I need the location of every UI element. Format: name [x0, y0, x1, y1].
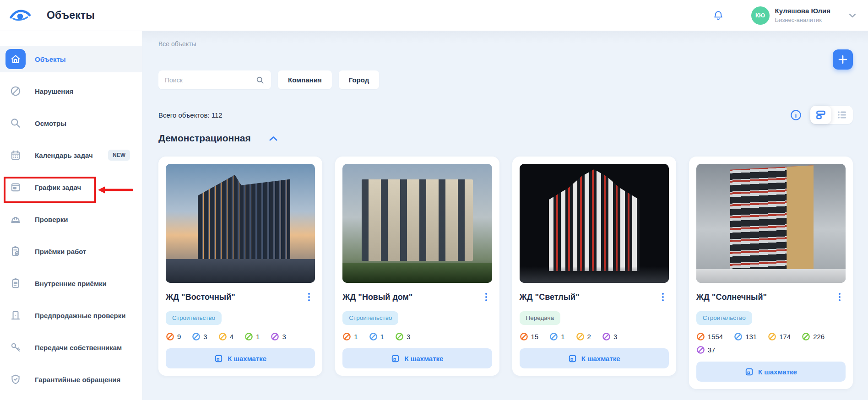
counter-value: 9 [177, 333, 181, 341]
app-screen: Объекты КЮ Куляшова Юлия Бизнес-аналитик [0, 0, 868, 400]
list-view-toggle[interactable] [831, 106, 852, 124]
object-card: ЖД "Новый дом" Строительство 1 1 3 К шах… [335, 157, 499, 376]
avatar: КЮ [751, 6, 770, 25]
info-icon[interactable] [789, 108, 802, 121]
object-photo[interactable] [520, 164, 669, 283]
status-badge: Строительство [166, 311, 222, 325]
sidebar-item-checks[interactable]: Проверки [0, 203, 142, 235]
to-chessboard-button[interactable]: К шахматке [166, 348, 315, 368]
counter-value: 15 [531, 333, 539, 341]
sidebar-item-internal-acceptance[interactable]: Внутренние приёмки [0, 267, 142, 299]
to-chessboard-button[interactable]: К шахматке [342, 348, 492, 368]
ban-blue-icon [192, 332, 201, 341]
filter-company-button[interactable]: Компания [278, 70, 332, 89]
chessboard-icon [214, 354, 223, 363]
counter-value: 37 [708, 346, 716, 354]
app-logo-eye-icon [9, 8, 31, 23]
to-chessboard-button[interactable]: К шахматке [520, 348, 669, 368]
sidebar: Объекты Нарушения Осмотры [0, 31, 142, 400]
counter-value: 3 [203, 333, 207, 341]
to-chessboard-button[interactable]: К шахматке [696, 362, 846, 382]
object-photo[interactable] [166, 164, 315, 283]
sidebar-item-violations[interactable]: Нарушения [0, 75, 142, 107]
status-badge: Передача [520, 311, 561, 325]
object-cards-grid: ЖД "Восточный" Строительство 9 3 4 1 3 К… [158, 157, 853, 389]
chessboard-icon [745, 368, 754, 376]
sidebar-item-label: Предпродажные проверки [35, 312, 126, 319]
status-badge: Строительство [342, 311, 398, 325]
user-name: Куляшова Юлия [775, 7, 830, 16]
user-role: Бизнес-аналитик [775, 16, 830, 24]
ban-yellow-icon [576, 332, 585, 341]
sidebar-item-work-acceptance[interactable]: Приёмки работ [0, 235, 142, 267]
search-input[interactable] [165, 76, 255, 84]
cards-view-toggle[interactable] [810, 106, 831, 124]
object-photo[interactable] [696, 164, 846, 283]
main-content: Все объекты Компания Город Всего объекто… [142, 31, 868, 400]
chessboard-icon [391, 354, 400, 363]
calendar-icon [5, 145, 26, 165]
objects-total-count: Всего объектов: 112 [158, 111, 222, 119]
section-title: Демонстрационная [158, 133, 251, 144]
ban-purple-icon [696, 346, 705, 354]
sidebar-item-label: Объекты [35, 55, 66, 63]
search-box[interactable] [158, 70, 271, 89]
board-icon [5, 177, 26, 197]
search-icon [5, 113, 26, 133]
ban-purple-icon [271, 332, 279, 341]
counter-value: 4 [230, 333, 233, 341]
sidebar-item-presale-checks[interactable]: Предпродажные проверки [0, 299, 142, 331]
counter-value: 226 [813, 333, 825, 341]
kebab-menu-icon[interactable] [480, 291, 492, 303]
object-title: ЖД "Светлый" [520, 292, 580, 302]
plus-icon [838, 54, 848, 65]
ban-green-icon [244, 332, 253, 341]
sidebar-item-label: Внутренние приёмки [35, 280, 107, 287]
violation-counters: 1 1 3 [342, 332, 492, 341]
status-badge: Строительство [696, 311, 752, 325]
object-photo[interactable] [342, 164, 492, 283]
sidebar-item-inspections[interactable]: Осмотры [0, 107, 142, 139]
notifications-bell-icon[interactable] [709, 6, 727, 25]
cards-view-icon [815, 110, 826, 120]
filter-city-button[interactable]: Город [339, 70, 380, 89]
chevron-down-icon [849, 13, 856, 18]
counter-value: 3 [282, 333, 286, 341]
chevron-up-icon[interactable] [267, 132, 279, 144]
object-card: ЖД "Солнечный" Строительство 1554 131 17… [689, 157, 853, 389]
clipboard-check-icon [5, 241, 26, 261]
hardhat-icon [5, 209, 26, 229]
violation-counters: 15 1 2 3 [520, 332, 669, 341]
ban-orange-icon [342, 332, 351, 341]
list-view-icon [836, 110, 847, 120]
object-title: ЖД "Новый дом" [342, 292, 412, 302]
object-title: ЖД "Солнечный" [696, 292, 767, 302]
home-icon [5, 49, 26, 69]
kebab-menu-icon[interactable] [303, 291, 315, 303]
section-header: Демонстрационная [158, 132, 853, 144]
clipboard-lines-icon [5, 273, 26, 293]
sidebar-item-owner-handover[interactable]: Передачи собственникам [0, 331, 142, 363]
sidebar-item-task-calendar[interactable]: Календарь задач NEW [0, 139, 142, 171]
page-title: Объекты [47, 9, 95, 22]
user-menu[interactable]: КЮ Куляшова Юлия Бизнес-аналитик [751, 6, 868, 25]
sidebar-item-objects[interactable]: Объекты [0, 46, 142, 72]
counter-value: 1 [561, 333, 564, 341]
key-icon [5, 337, 26, 357]
ban-green-icon [802, 332, 810, 341]
kebab-menu-icon[interactable] [657, 291, 669, 303]
ban-yellow-icon [218, 332, 227, 341]
ban-icon [5, 81, 26, 101]
kebab-menu-icon[interactable] [834, 291, 846, 303]
object-card: ЖД "Восточный" Строительство 9 3 4 1 3 К… [158, 157, 322, 376]
sidebar-item-warranty-claims[interactable]: Гарантийные обращения [0, 363, 142, 395]
top-bar: Объекты КЮ Куляшова Юлия Бизнес-аналитик [0, 0, 868, 31]
violation-counters: 9 3 4 1 3 [166, 332, 315, 341]
new-badge: NEW [108, 150, 130, 161]
ban-orange-icon [520, 332, 528, 341]
ban-orange-icon [166, 332, 174, 341]
ban-blue-icon [549, 332, 558, 341]
chessboard-icon [568, 354, 577, 363]
sidebar-item-label: Приёмки работ [35, 248, 86, 255]
add-object-button[interactable] [833, 49, 853, 70]
